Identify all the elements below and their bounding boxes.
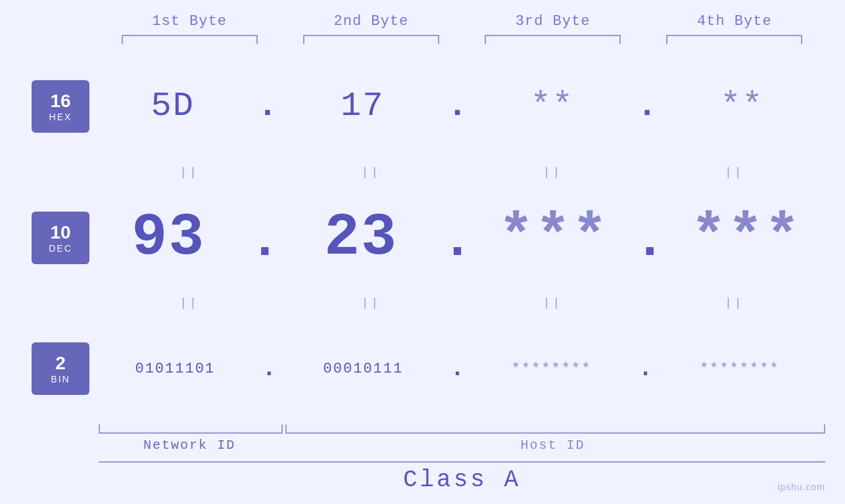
bracket-3	[485, 35, 621, 44]
host-id-label: Host ID	[280, 438, 825, 461]
eq1-b1: ||	[99, 162, 280, 182]
class-label: Class A	[403, 467, 521, 493]
hex-byte2-value: 17	[341, 87, 384, 126]
dec-data-cells: 93 . 23 . *** . ***	[89, 204, 825, 271]
bin-byte1-cell: 01011101	[89, 361, 261, 377]
hex-byte1-value: 5D	[151, 87, 194, 126]
dec-base-num: 10	[50, 222, 70, 243]
hex-data-cells: 5D . 17 . ** . **	[89, 87, 825, 126]
eq1-b4: ||	[644, 162, 825, 182]
bracket-cell-4	[644, 35, 825, 44]
dec-label-box: 10 DEC	[32, 212, 89, 264]
bin-base-num: 2	[55, 353, 66, 374]
bottom-section: Network ID Host ID	[99, 424, 825, 461]
bin-dot2: .	[450, 355, 465, 382]
bottom-labels: Network ID Host ID	[99, 438, 825, 461]
dec-byte2-cell: 23	[282, 204, 441, 271]
byte2-header: 2nd Byte	[280, 13, 462, 35]
bracket-cell-1	[99, 35, 280, 44]
bottom-bracket-host	[285, 424, 825, 434]
eq2-b3: ||	[462, 293, 644, 313]
hex-dot2: .	[447, 87, 468, 126]
bracket-cell-3	[462, 35, 644, 44]
bin-byte2-cell: 00010111	[278, 361, 449, 377]
eq1-b2: ||	[280, 162, 462, 182]
dec-dot1: .	[249, 211, 281, 271]
dec-byte1-value: 93	[132, 204, 205, 271]
hex-byte2-cell: 17	[279, 87, 446, 126]
bin-label-box: 2 BIN	[32, 342, 89, 395]
bracket-cell-2	[280, 35, 462, 44]
bin-byte4-cell: ********	[654, 361, 825, 377]
dec-byte3-value: ***	[498, 204, 609, 271]
hex-base-name: HEX	[49, 112, 72, 122]
bin-dot3: .	[639, 355, 653, 382]
top-brackets	[99, 35, 825, 44]
hex-dot1: .	[257, 87, 278, 126]
bottom-brackets	[99, 424, 825, 435]
eq2-b4: ||	[644, 293, 825, 313]
eq2-b1: ||	[99, 293, 280, 313]
byte4-header: 4th Byte	[644, 13, 825, 35]
hex-dot3: .	[637, 87, 657, 126]
hex-byte4-cell: **	[659, 87, 825, 126]
bracket-2	[303, 35, 439, 44]
footer-section: Class A ipshu.com	[99, 461, 825, 497]
dec-byte4-cell: ***	[667, 204, 825, 271]
hex-byte4-value: **	[720, 87, 763, 126]
bin-dot1: .	[262, 355, 277, 382]
bin-row: 2 BIN 01011101 . 00010111 . ******** . *…	[0, 313, 845, 424]
dec-byte1-cell: 93	[89, 204, 248, 271]
bin-byte1-value: 01011101	[135, 361, 215, 377]
hex-byte3-value: **	[531, 87, 574, 126]
dec-base-name: DEC	[49, 243, 72, 254]
dec-byte3-cell: ***	[475, 204, 633, 271]
byte-headers: 1st Byte 2nd Byte 3rd Byte 4th Byte	[99, 13, 825, 35]
hex-base-num: 16	[50, 91, 70, 112]
eq2-b2: ||	[280, 293, 462, 313]
hex-byte1-cell: 5D	[89, 87, 256, 126]
dec-dot3: .	[634, 211, 665, 271]
hex-row: 16 HEX 5D . 17 . ** . **	[0, 51, 845, 162]
bracket-4	[666, 35, 802, 44]
bin-byte2-value: 00010111	[324, 361, 404, 377]
eq1-b3: ||	[462, 162, 644, 182]
byte3-header: 3rd Byte	[462, 13, 644, 35]
bottom-bracket-network	[99, 424, 283, 434]
bin-byte3-cell: ********	[466, 361, 637, 377]
bin-base-name: BIN	[51, 374, 70, 384]
byte1-header: 1st Byte	[99, 13, 280, 35]
eq-row-1: || || || ||	[99, 162, 825, 182]
network-id-label: Network ID	[99, 438, 280, 461]
bin-byte4-value: ********	[700, 361, 780, 377]
eq-row-2: || || || ||	[99, 293, 825, 313]
bracket-1	[122, 35, 258, 44]
dec-dot2: .	[441, 211, 473, 271]
hex-byte3-cell: **	[469, 87, 635, 126]
dec-byte2-value: 23	[324, 204, 398, 271]
hex-label-box: 16 HEX	[32, 80, 89, 133]
watermark: ipshu.com	[777, 482, 825, 492]
bin-byte3-value: ********	[512, 361, 592, 377]
bin-data-cells: 01011101 . 00010111 . ******** . *******…	[89, 355, 825, 382]
dec-row: 10 DEC 93 . 23 . *** . ***	[0, 182, 845, 294]
dec-byte4-value: ***	[691, 204, 802, 271]
